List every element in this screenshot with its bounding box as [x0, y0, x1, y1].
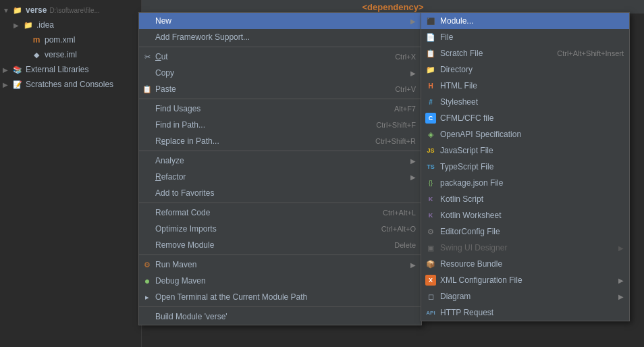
- sub-menu-arrow-xml: ▶: [618, 277, 624, 284]
- menu-item-copy[interactable]: Copy ▶: [139, 65, 421, 81]
- menu-item-add-framework[interactable]: Add Framework Support...: [139, 29, 421, 45]
- sub-menu-item-http[interactable]: API HTTP Request: [421, 304, 629, 321]
- menu-label-open-terminal: Open Terminal at the Current Module Path: [155, 292, 416, 302]
- menu-item-replace-in-path[interactable]: Replace in Path... Ctrl+Shift+R: [139, 133, 421, 149]
- sub-menu-icon-kotlin-script: K: [425, 194, 436, 205]
- tree-icon-scratches: 📝: [12, 79, 23, 90]
- tree-item-pomxml[interactable]: m pom.xml: [0, 32, 141, 47]
- sub-menu-item-resource[interactable]: 📦 Resource Bundle: [421, 256, 629, 272]
- menu-icon-refactor: [142, 171, 153, 182]
- menu-shortcut-reformat: Ctrl+Alt+L: [383, 209, 416, 217]
- tree-item-verseiml[interactable]: ◆ verse.iml: [0, 47, 141, 62]
- sub-menu-item-directory[interactable]: 📁 Directory: [421, 61, 629, 78]
- menu-label-find-in-path: Find in Path...: [155, 120, 363, 130]
- menu-label-build-module: Build Module 'verse': [155, 312, 416, 321]
- menu-label-analyze: Analyze: [155, 156, 408, 165]
- sub-menu-item-js[interactable]: JS JavaScript File: [421, 142, 629, 159]
- sub-menu-item-kotlin-script[interactable]: K Kotlin Script: [421, 191, 629, 207]
- sub-menu-label-http: HTTP Request: [440, 308, 624, 317]
- sub-menu-label-stylesheet: Stylesheet: [440, 97, 624, 107]
- sub-menu-item-ts[interactable]: TS TypeScript File: [421, 159, 629, 175]
- tree-arrow-idea: ▶: [14, 22, 22, 29]
- sub-menu-item-editorconfig[interactable]: ⚙ EditorConfig File: [421, 223, 629, 240]
- sub-menu-icon-html: H: [425, 80, 436, 91]
- menu-label-replace-in-path: Replace in Path...: [155, 136, 362, 146]
- sub-menu-label-cfml: CFML/CFC file: [440, 113, 624, 123]
- menu-item-debug-maven[interactable]: ● Debug Maven: [139, 273, 421, 289]
- sub-menu-item-openapi[interactable]: ◈ OpenAPI Specification: [421, 126, 629, 142]
- menu-item-build-module[interactable]: Build Module 'verse': [139, 309, 421, 325]
- sub-menu-label-swing: Swing UI Designer: [440, 243, 616, 252]
- sub-menu-label-js: JavaScript File: [440, 146, 624, 155]
- sub-menu-item-kotlin-worksheet[interactable]: K Kotlin Worksheet: [421, 207, 629, 223]
- menu-icon-debug-maven: ●: [142, 275, 153, 286]
- menu-arrow-new: ▶: [410, 18, 416, 25]
- menu-icon-replace-in-path: [142, 136, 153, 146]
- sub-menu-label-xml: XML Configuration File: [440, 275, 616, 285]
- tree-icon-verseiml: ◆: [31, 49, 42, 60]
- sub-menu-item-xml[interactable]: X XML Configuration File ▶: [421, 272, 629, 288]
- menu-item-open-terminal[interactable]: ▸ Open Terminal at the Current Module Pa…: [139, 289, 421, 305]
- sub-menu-label-diagram: Diagram: [440, 292, 616, 301]
- menu-item-paste[interactable]: 📋 Paste Ctrl+V: [139, 81, 421, 97]
- sub-menu-label-openapi: OpenAPI Specification: [440, 130, 624, 139]
- tree-icon-idea: 📁: [23, 20, 34, 30]
- tree-arrow-extlibs: ▶: [3, 66, 11, 74]
- menu-separator-1: [139, 47, 421, 47]
- menu-label-optimize: Optimize Imports: [155, 224, 368, 234]
- sub-menu-icon-kotlin-worksheet: K: [425, 210, 436, 221]
- menu-separator-3: [139, 151, 421, 151]
- menu-item-remove-module[interactable]: Remove Module Delete: [139, 237, 421, 253]
- menu-item-find-in-path[interactable]: Find in Path... Ctrl+Shift+F: [139, 117, 421, 133]
- menu-icon-build-module: [142, 311, 153, 322]
- menu-label-debug-maven: Debug Maven: [155, 276, 416, 286]
- sub-menu-icon-directory: 📁: [425, 64, 436, 75]
- tree-label-pomxml: pom.xml: [45, 35, 75, 45]
- sub-menu-label-editorconfig: EditorConfig File: [440, 227, 624, 236]
- menu-shortcut-replace-in-path: Ctrl+Shift+R: [375, 137, 416, 145]
- sub-menu-icon-scratch-file: 📋: [425, 48, 436, 59]
- tree-item-verse[interactable]: ▼ 📁 verse D:\software\file...: [0, 3, 141, 18]
- sub-menu-item-module[interactable]: ⬛ Module...: [421, 13, 629, 29]
- menu-arrow-analyze: ▶: [410, 157, 416, 165]
- sub-menu-item-cfml[interactable]: C CFML/CFC file: [421, 110, 629, 126]
- menu-item-find-usages[interactable]: Find Usages Alt+F7: [139, 101, 421, 117]
- sub-menu-item-html[interactable]: H HTML File: [421, 78, 629, 94]
- menu-separator-6: [139, 306, 421, 307]
- menu-label-new: New: [155, 16, 408, 26]
- menu-icon-remove-module: [142, 240, 153, 250]
- sub-menu-item-file[interactable]: 📄 File: [421, 29, 629, 45]
- menu-item-add-favorites[interactable]: Add to Favorites: [139, 185, 421, 201]
- menu-item-refactor[interactable]: Refactor ▶: [139, 169, 421, 185]
- sub-menu-icon-ts: TS: [425, 161, 436, 172]
- menu-icon-analyze: [142, 155, 153, 166]
- menu-item-analyze[interactable]: Analyze ▶: [139, 153, 421, 169]
- tree-label-verseiml: verse.iml: [45, 50, 77, 59]
- sub-menu-icon-cfml: C: [425, 113, 436, 124]
- menu-label-refactor: Refactor: [155, 172, 408, 182]
- sub-menu-item-stylesheet[interactable]: # Stylesheet: [421, 94, 629, 110]
- sub-menu-item-scratch-file[interactable]: 📋 Scratch File Ctrl+Alt+Shift+Insert: [421, 45, 629, 61]
- menu-label-add-favorites: Add to Favorites: [155, 188, 416, 198]
- tree-item-extlibs[interactable]: ▶ 📚 External Libraries: [0, 62, 141, 77]
- menu-item-cut[interactable]: ✂ Cut Ctrl+X: [139, 49, 421, 65]
- sub-menu-item-pkg[interactable]: {} package.json File: [421, 175, 629, 191]
- menu-label-add-framework: Add Framework Support...: [155, 32, 416, 42]
- tree-arrow-scratches: ▶: [3, 81, 11, 88]
- menu-shortcut-optimize: Ctrl+Alt+O: [381, 225, 416, 233]
- sub-menu-icon-openapi: ◈: [425, 129, 436, 140]
- tree-item-scratches[interactable]: ▶ 📝 Scratches and Consoles: [0, 77, 141, 92]
- menu-item-run-maven[interactable]: ⚙ Run Maven ▶: [139, 257, 421, 273]
- sub-menu-icon-stylesheet: #: [425, 97, 436, 107]
- menu-item-optimize[interactable]: Optimize Imports Ctrl+Alt+O: [139, 221, 421, 237]
- menu-label-copy: Copy: [155, 68, 408, 78]
- menu-item-new[interactable]: New ▶: [139, 13, 421, 29]
- menu-icon-cut: ✂: [142, 51, 153, 62]
- tree-item-idea[interactable]: ▶ 📁 .idea: [0, 18, 141, 32]
- top-bar: <dependency>: [142, 0, 644, 14]
- sub-menu-arrow-swing: ▶: [618, 244, 624, 252]
- sub-menu-label-file: File: [440, 32, 624, 42]
- sub-menu-item-diagram[interactable]: ◻ Diagram ▶: [421, 288, 629, 304]
- menu-item-reformat[interactable]: Reformat Code Ctrl+Alt+L: [139, 205, 421, 221]
- sub-menu-icon-diagram: ◻: [425, 291, 436, 302]
